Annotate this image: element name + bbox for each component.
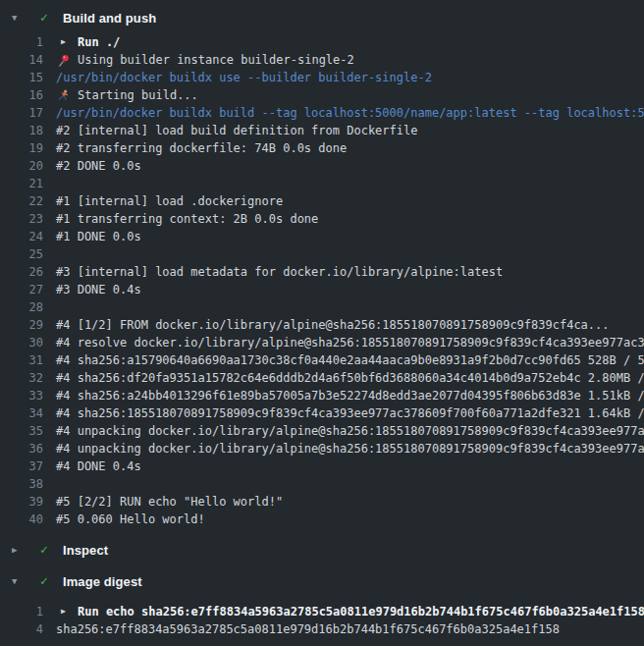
log-line: 24 #1 DONE 0.0s — [0, 228, 644, 245]
log-text: #2 [internal] load build definition from… — [56, 122, 417, 139]
log-line: 22 #1 [internal] load .dockerignore — [0, 192, 644, 210]
log-line: 37 #4 DONE 0.4s — [0, 458, 644, 475]
line-number[interactable]: 1 — [0, 33, 43, 51]
line-number[interactable]: 33 — [0, 387, 43, 404]
log-line-content: #4 DONE 0.4s — [56, 458, 141, 475]
log-text: #4 sha256:a15790640a6690aa1730c38cf0a440… — [56, 351, 644, 369]
line-number[interactable]: 16 — [0, 86, 43, 104]
log-text: #4 [1/2] FROM docker.io/library/alpine@s… — [56, 316, 610, 334]
log-line: 25 — [0, 245, 644, 263]
log-line: 15 /usr/bin/docker buildx use --builder … — [0, 69, 644, 86]
line-number[interactable]: 27 — [0, 281, 43, 298]
log-line-content: #3 DONE 0.4s — [56, 281, 141, 298]
log-line-content: #5 [2/2] RUN echo "Hello world!" — [56, 493, 283, 511]
log-text: #4 unpacking docker.io/library/alpine@sh… — [56, 440, 644, 458]
log-line-content: /usr/bin/docker buildx build --tag local… — [56, 104, 644, 122]
log-text: /usr/bin/docker buildx build --tag local… — [56, 104, 644, 122]
line-number[interactable]: 20 — [0, 157, 43, 175]
log-text: #5 0.060 Hello world! — [56, 511, 205, 528]
log-line: 35 #4 unpacking docker.io/library/alpine… — [0, 422, 644, 440]
log-line: 30 #4 resolve docker.io/library/alpine@s… — [0, 334, 644, 351]
log-text: #4 sha256:a24bb4013296f61e89ba57005a7b3e… — [56, 387, 644, 404]
log-line-content: #4 sha256:a24bb4013296f61e89ba57005a7b3e… — [56, 387, 644, 404]
line-number[interactable]: 30 — [0, 334, 43, 351]
line-number[interactable]: 37 — [0, 458, 43, 475]
log-line: 14 Using builder instance builder-single… — [0, 51, 644, 69]
log-line: 29 #4 [1/2] FROM docker.io/library/alpin… — [0, 316, 644, 334]
section-header-inspect[interactable]: ▶ ✓ Inspect — [0, 540, 644, 560]
line-number[interactable]: 19 — [0, 139, 43, 157]
log-text: #2 transferring dockerfile: 74B 0.0s don… — [56, 139, 347, 157]
line-number[interactable]: 21 — [0, 175, 43, 192]
line-number[interactable]: 17 — [0, 104, 43, 122]
log-line: 34 #4 sha256:185518070891758909c9f839cf4… — [0, 404, 644, 422]
section-title: Build and push — [63, 11, 156, 26]
line-number[interactable]: 4 — [0, 620, 43, 638]
line-number[interactable]: 18 — [0, 122, 43, 139]
log-line-content: ▶Run echo sha256:e7ff8834a5963a2785c5a08… — [56, 603, 644, 620]
log-line: 1 ▶Run echo sha256:e7ff8834a5963a2785c5a… — [0, 603, 644, 620]
log-line: 17 /usr/bin/docker buildx build --tag lo… — [0, 104, 644, 122]
line-number[interactable]: 36 — [0, 440, 43, 458]
line-number[interactable]: 31 — [0, 351, 43, 369]
log-line: 39 #5 [2/2] RUN echo "Hello world!" — [0, 493, 644, 511]
log-line-content: #2 DONE 0.0s — [56, 157, 141, 175]
log-text: #1 DONE 0.0s — [56, 228, 141, 245]
section-title: Inspect — [63, 543, 108, 558]
log-text: Starting build... — [78, 86, 198, 104]
log-text: #2 DONE 0.0s — [56, 157, 141, 175]
log-line-content: #4 sha256:df20fa9351a15782c64e6dddb2d4a6… — [56, 369, 644, 387]
line-number[interactable]: 34 — [0, 404, 43, 422]
log-text: Using builder instance builder-single-2 — [78, 51, 354, 69]
log-line: 27 #3 DONE 0.4s — [0, 281, 644, 298]
log-line: 28 — [0, 298, 644, 316]
line-number[interactable]: 29 — [0, 316, 43, 334]
line-number[interactable]: 25 — [0, 245, 43, 263]
log-text: #3 DONE 0.4s — [56, 281, 141, 298]
line-number[interactable]: 28 — [0, 298, 43, 316]
section-header-build-and-push[interactable]: ▼ ✓ Build and push — [0, 8, 644, 27]
line-number[interactable]: 26 — [0, 263, 43, 281]
check-icon: ✓ — [37, 540, 51, 560]
log-line: 33 #4 sha256:a24bb4013296f61e89ba57005a7… — [0, 387, 644, 404]
line-number[interactable]: 1 — [0, 603, 43, 620]
section-lines: 1 ▶Run echo sha256:e7ff8834a5963a2785c5a… — [0, 603, 644, 638]
chevron-down-icon[interactable]: ▼ — [12, 571, 24, 591]
log-line-content: #1 DONE 0.0s — [56, 228, 141, 245]
chevron-right-icon[interactable]: ▶ — [12, 540, 24, 560]
log-line: 4 sha256:e7ff8834a5963a2785c5a0811e979d1… — [0, 620, 644, 638]
line-number[interactable]: 32 — [0, 369, 43, 387]
chevron-down-icon[interactable]: ▼ — [12, 8, 24, 27]
log-line: 40 #5 0.060 Hello world! — [0, 511, 644, 528]
log-section-build-and-push: ▼ ✓ Build and push 1 ▶Run ./ 14 Using bu… — [0, 8, 644, 528]
runner-icon — [56, 88, 71, 102]
line-number[interactable]: 24 — [0, 228, 43, 245]
log-line-content: #1 [internal] load .dockerignore — [56, 192, 283, 210]
log-line-content: #5 0.060 Hello world! — [56, 511, 205, 528]
section-header-image-digest[interactable]: ▼ ✓ Image digest — [0, 571, 644, 591]
line-number[interactable]: 39 — [0, 493, 43, 511]
play-icon[interactable]: ▶ — [56, 35, 71, 49]
log-text: #5 [2/2] RUN echo "Hello world!" — [56, 493, 283, 511]
log-text: #3 [internal] load metadata for docker.i… — [56, 263, 503, 281]
log-line-content: #2 [internal] load build definition from… — [56, 122, 417, 139]
line-number[interactable]: 22 — [0, 192, 43, 210]
line-number[interactable]: 40 — [0, 511, 43, 528]
workflow-log: ▼ ✓ Build and push 1 ▶Run ./ 14 Using bu… — [0, 0, 644, 638]
line-number[interactable]: 15 — [0, 69, 43, 86]
log-line-content: #4 resolve docker.io/library/alpine@sha2… — [56, 334, 644, 351]
line-number[interactable]: 23 — [0, 210, 43, 228]
log-line-content: #2 transferring dockerfile: 74B 0.0s don… — [56, 139, 347, 157]
log-line: 19 #2 transferring dockerfile: 74B 0.0s … — [0, 139, 644, 157]
log-line: 32 #4 sha256:df20fa9351a15782c64e6dddb2d… — [0, 369, 644, 387]
log-line-content: #4 unpacking docker.io/library/alpine@sh… — [56, 440, 644, 458]
line-number[interactable]: 35 — [0, 422, 43, 440]
log-line-content: /usr/bin/docker buildx use --builder bui… — [56, 69, 432, 86]
line-number[interactable]: 38 — [0, 475, 43, 493]
log-text: sha256:e7ff8834a5963a2785c5a0811e979d16b… — [56, 620, 560, 638]
play-icon[interactable]: ▶ — [56, 605, 71, 619]
log-line-content: Starting build... — [56, 86, 198, 104]
log-line: 31 #4 sha256:a15790640a6690aa1730c38cf0a… — [0, 351, 644, 369]
line-number[interactable]: 14 — [0, 51, 43, 69]
log-line-content: #4 unpacking docker.io/library/alpine@sh… — [56, 422, 644, 440]
